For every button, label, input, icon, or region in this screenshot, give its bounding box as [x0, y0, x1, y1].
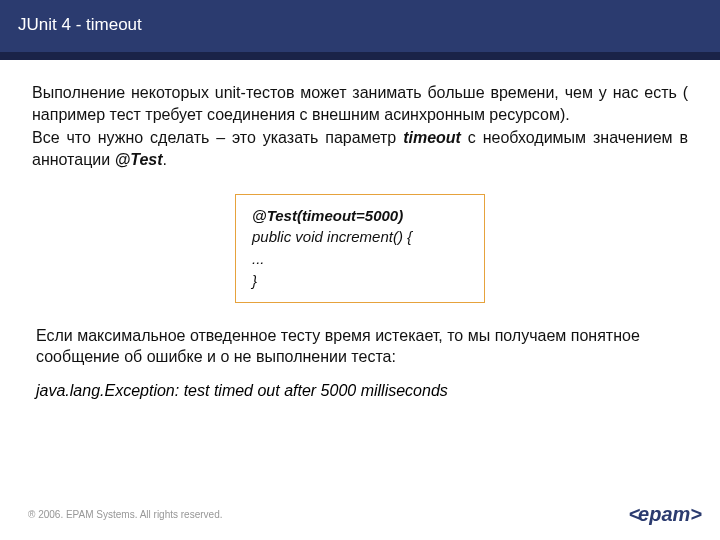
slide-header: JUnit 4 - timeout	[0, 0, 720, 60]
text: Все что нужно сделать – это указать пара…	[32, 129, 403, 146]
logo-chevron-right-icon: >	[690, 503, 700, 526]
keyword-test-annotation: @Test	[115, 151, 163, 168]
slide-content: Выполнение некоторых unit-тестов может з…	[0, 60, 720, 400]
paragraph-1: Выполнение некоторых unit-тестов может з…	[32, 82, 688, 172]
keyword-timeout: timeout	[403, 129, 461, 146]
copyright-text: ® 2006. EPAM Systems. All rights reserve…	[28, 509, 222, 520]
slide-footer: ® 2006. EPAM Systems. All rights reserve…	[28, 503, 700, 526]
paragraph-2: Если максимальное отведенное тесту время…	[32, 325, 688, 368]
logo-chevron-left-icon: <	[628, 503, 638, 526]
code-line: public void increment() {	[252, 226, 472, 248]
text: Выполнение некоторых unit-тестов может з…	[32, 84, 688, 123]
epam-logo: <epam>	[628, 503, 700, 526]
error-message: java.lang.Exception: test timed out afte…	[32, 382, 688, 400]
code-line: @Test(timeout=5000)	[252, 205, 472, 227]
code-line: ...	[252, 248, 472, 270]
code-line: }	[252, 270, 472, 292]
code-snippet: @Test(timeout=5000) public void incremen…	[235, 194, 485, 303]
slide-title: JUnit 4 - timeout	[18, 15, 142, 35]
logo-text: epam	[638, 503, 690, 526]
text: .	[163, 151, 167, 168]
